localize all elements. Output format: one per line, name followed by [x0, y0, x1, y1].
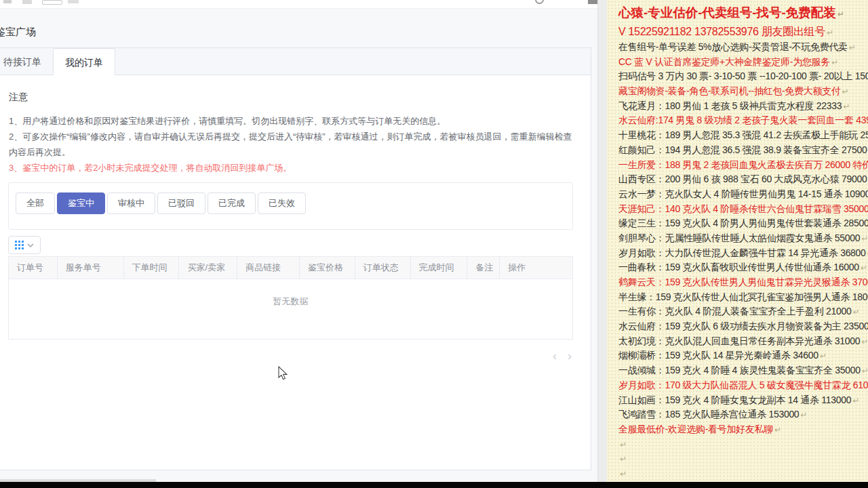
- paragraph-mark-icon: ↵: [849, 43, 856, 52]
- paragraph-mark-icon: ↵: [800, 410, 807, 420]
- paragraph-mark-icon: ↵: [620, 440, 627, 449]
- doc-line: 水云仙府：159 克火队 6 级功绩去疾水月物资装备为主 23500↵: [618, 319, 868, 334]
- paragraph-mark-icon: ↵: [852, 396, 859, 405]
- status-filter-box: 全部鉴宝中审核中已驳回已完成已失效: [8, 182, 573, 230]
- menu-icon: [3, 0, 12, 3]
- paragraph-mark-icon: ↵: [620, 469, 627, 479]
- status-filter-group: 全部鉴宝中审核中已驳回已完成已失效: [16, 192, 306, 214]
- doc-line: 藏宝阁物资-装备-角色-联系司机--抽红包-免费大额支付↵: [618, 84, 868, 99]
- doc-line: 半生缘：159 克火队传世人仙北冥孔雀宝鉴加强男人通杀 18000↵: [618, 290, 868, 305]
- orders-card: 待接订单我的订单 注意 1、用户将通过价格和原因对鉴宝结果进行评价，请慎重填写。…: [0, 47, 591, 470]
- paragraph-mark-icon: ↵: [831, 58, 838, 67]
- doc-line-text: 红颜知己：194 男人忽混 36.5 强混 38.9 装备宝宝齐全 27500: [618, 144, 867, 155]
- doc-line: 剑胆琴心：无属性睡队传世睡人太皓仙烟霞女鬼通杀 55000↵: [618, 231, 868, 246]
- doc-line: 太初幻境：克火队混人回血鬼日常任务副本异光通杀 31000↵: [618, 334, 868, 349]
- layout-toggle-button[interactable]: [8, 236, 41, 254]
- appraisal-app-window: 鉴宝广场 待接订单我的订单 注意 1、用户将通过价格和原因对鉴宝结果进行评价，请…: [0, 0, 597, 482]
- table-header-cell: 鉴宝价格: [300, 257, 355, 279]
- screen: 鉴宝广场 待接订单我的订单 注意 1、用户将通过价格和原因对鉴宝结果进行评价，请…: [0, 0, 868, 488]
- doc-line: 岁月如歌：170 级大力队仙器混人 5 破女魔强牛魔甘霖龙 61000↵: [618, 378, 868, 393]
- paragraph-mark-icon: ↵: [827, 28, 833, 37]
- doc-line-text: 心猿-专业估价-代卖组号-找号-免费配装: [618, 5, 836, 20]
- doc-line: 山西专区：200 男仙 6 孩 988 宝石 60 大成风克水心猿 79000↵: [618, 172, 868, 187]
- doc-line-text: 烟柳灞桥：159 克火队 14 星异光秦岭通杀 34600: [618, 350, 818, 361]
- table-body: 暂无数据: [9, 279, 572, 339]
- table-header-cell: 商品链接: [237, 257, 300, 279]
- tab-my-orders[interactable]: 我的订单: [53, 48, 115, 75]
- doc-line-text: 十里桃花：189 男人忽混 35.3 强混 41.2 去疾孟极上手能玩 2588…: [618, 129, 868, 140]
- paragraph-mark-icon: ↵: [861, 337, 868, 346]
- paragraph-mark-icon: ↵: [842, 87, 849, 96]
- chevron-down-icon: [27, 243, 34, 247]
- table-header-cell: 操作: [500, 257, 572, 279]
- page-title: 鉴宝广场: [0, 26, 36, 39]
- address-bar-fragment: [42, 0, 62, 5]
- pagination: ‹ ›: [553, 350, 572, 362]
- doc-line-text: 水云仙府:174 男鬼 8 级功绩 2 老孩子鬼火装一套回血一套 4399: [618, 115, 868, 125]
- filter-rejected[interactable]: 已驳回: [157, 192, 205, 214]
- filter-completed[interactable]: 已完成: [208, 192, 256, 214]
- back-icon: [22, 0, 32, 4]
- paragraph-mark-icon: ↵: [861, 263, 867, 272]
- doc-line-text: 一战倾城：159 克火 4 阶睡 4 族灵性鬼装备宝宝齐全 35000: [618, 365, 861, 375]
- doc-line-text: 剑胆琴心：无属性睡队传世睡人太皓仙烟霞女鬼通杀 55000: [618, 232, 860, 243]
- pagination-prev-button[interactable]: ‹: [553, 350, 557, 362]
- doc-line-text: 岁月如歌：170 级大力队仙器混人 5 破女魔强牛魔甘霖龙 61000: [618, 380, 868, 390]
- browser-topbar: [0, 0, 597, 9]
- doc-line-text: 水云仙府：159 克火队 6 级功绩去疾水月物资装备为主 23500: [618, 321, 868, 331]
- grid-icon: [15, 241, 24, 249]
- paragraph-mark-icon: ↵: [861, 234, 868, 243]
- paragraph-mark-icon: ↵: [843, 102, 850, 111]
- doc-line: 在售组号-单号误差 5%放心选购-买贵管退-不玩免费代卖↵: [618, 40, 868, 55]
- doc-line-text: 云水一梦：克火队女人 4 阶睡传世男仙男鬼 14-15 通杀 109000: [618, 188, 868, 199]
- bottom-black-bar: [0, 482, 868, 488]
- doc-line-text: 一曲春秋：159 克火队畜牧职业传世男人传世仙通杀 16000: [618, 262, 859, 272]
- doc-line: 天涯知己：140 克火队 4 阶睡杀传世六合仙鬼甘霖瑞雪 35000↵: [618, 202, 868, 217]
- doc-line: 烟柳灞桥：159 克火队 14 星异光秦岭通杀 34600↵: [618, 348, 868, 363]
- tab-pending-orders[interactable]: 待接订单: [0, 48, 53, 75]
- doc-line-text: 一生所爱：188 男鬼 2 老孩回血鬼火孟极去疾百万 26000 特价号: [618, 159, 868, 170]
- doc-line: 岁月如歌：大力队传世混人金麟强牛甘霖 14 异光通杀 36800↵: [618, 246, 868, 261]
- pagination-next-button[interactable]: ›: [568, 350, 572, 362]
- table-header-cell: 订单状态: [355, 257, 411, 279]
- paragraph-mark-icon: ↵: [852, 307, 859, 317]
- doc-line: 红颜知己：194 男人忽混 36.5 强混 38.9 装备宝宝齐全 27500↵: [618, 143, 868, 158]
- doc-line-text: 飞鸿踏雪：185 克火队睡杀宫位通杀 153000: [618, 409, 799, 420]
- doc-line-text: 一生有你：克火队 4 阶混人装备宝宝齐全上手盈利 21000: [618, 306, 851, 317]
- doc-line-text: 全服最低价-欢迎选购-看号加好友私聊: [618, 424, 773, 434]
- doc-line: ↵: [618, 451, 868, 466]
- doc-line: 一战倾城：159 克火 4 阶睡 4 族灵性鬼装备宝宝齐全 35000↵: [618, 363, 868, 378]
- orders-table: 订单号服务单号下单时间买家/卖家商品链接鉴宝价格订单状态完成时间备注操作 暂无数…: [8, 256, 573, 340]
- doc-line-text: 飞花逐月：180 男仙 1 老孩 5 级神兵雷克水程度 22333: [618, 100, 842, 111]
- doc-line: 一生有你：克火队 4 阶混人装备宝宝齐全上手盈利 21000↵: [618, 304, 868, 319]
- sales-document-page[interactable]: 心猿-专业估价-代卖组号-找号-免费配装↵V 15225921182 13782…: [607, 0, 868, 482]
- filter-expired[interactable]: 已失效: [258, 192, 306, 214]
- doc-line: CC 蓝 V 认证首席鉴定师+大神金牌鉴定师-为您服务↵: [618, 55, 868, 70]
- table-header-cell: 服务单号: [58, 257, 124, 279]
- doc-line-text: 天涯知己：140 克火队 4 阶睡杀传世六合仙鬼甘霖瑞雪 35000: [618, 203, 868, 214]
- table-header-cell: 买家/卖家: [179, 257, 237, 279]
- doc-line-text: 缘定三生：159 克火队 4 阶男人男仙男鬼传世套装通杀 28500: [618, 218, 868, 228]
- doc-line: 鹤舞云天：159 克火队传世男人男仙鬼甘霖异光灵猴通杀 37000↵: [618, 275, 868, 290]
- paragraph-mark-icon: ↵: [837, 9, 844, 19]
- doc-line: 飞鸿踏雪：185 克火队睡杀宫位通杀 153000↵: [618, 407, 868, 422]
- mouse-cursor: [278, 366, 288, 380]
- doc-line-text: 鹤舞云天：159 克火队传世男人男仙鬼甘霖异光灵猴通杀 37000: [618, 277, 868, 287]
- empty-state-text: 暂无数据: [273, 296, 309, 308]
- table-header-cell: 订单号: [9, 257, 58, 279]
- help-icon: [535, 0, 544, 4]
- doc-line-text: 岁月如歌：大力队传世混人金麟强牛甘霖 14 异光通杀 36800: [618, 247, 866, 258]
- doc-line-text: 扫码估号 3 万内 30 票- 3-10-50 票 --10-20-100 票-…: [618, 70, 868, 81]
- bookmark-icon: [68, 0, 79, 3]
- doc-line: 飞花逐月：180 男仙 1 老孩 5 级神兵雷克水程度 22333↵: [618, 99, 868, 114]
- filter-all[interactable]: 全部: [16, 192, 55, 214]
- vertical-scrollbar[interactable]: [597, 0, 607, 482]
- paragraph-mark-icon: ↵: [774, 425, 781, 434]
- table-header-cell: 完成时间: [411, 257, 468, 279]
- doc-line: 心猿-专业估价-代卖组号-找号-免费配装↵: [618, 3, 868, 23]
- filter-appraising[interactable]: 鉴宝中: [57, 192, 105, 214]
- doc-line-text: V 15225921182 13782553976 朋友圈出组号: [618, 26, 825, 37]
- filter-reviewing[interactable]: 审核中: [107, 192, 155, 214]
- notice-text: 1、用户将通过价格和原因对鉴宝结果进行评价，请慎重填写。切勿出现错别字、联系方式…: [9, 113, 574, 176]
- doc-line-text: 太初幻境：克火队混人回血鬼日常任务副本异光通杀 31000: [618, 336, 860, 346]
